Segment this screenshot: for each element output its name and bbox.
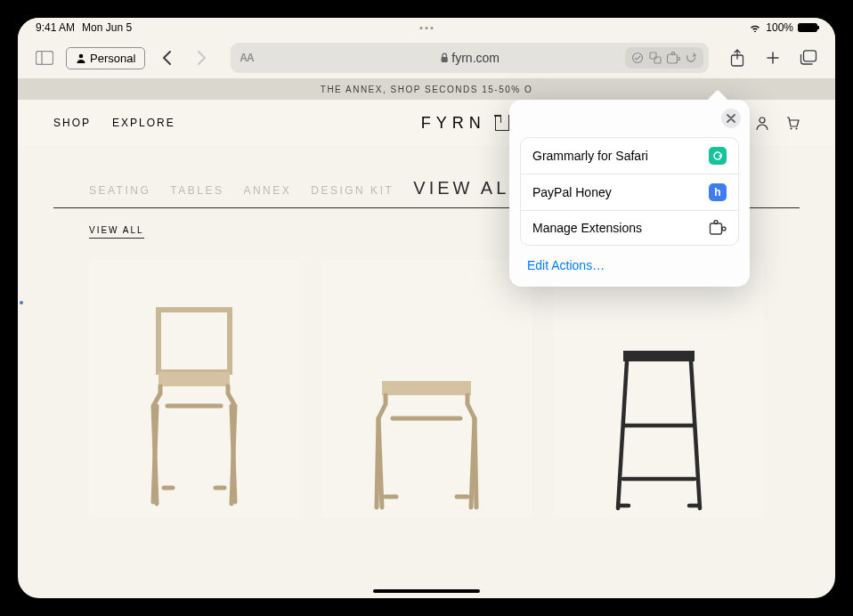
honey-icon: h — [709, 183, 727, 201]
view-all-link[interactable]: VIEW ALL — [89, 225, 144, 239]
svg-rect-9 — [678, 58, 680, 61]
person-icon — [76, 53, 86, 63]
status-bar: 9:41 AM Mon Jun 5 100% — [18, 18, 835, 37]
svg-rect-3 — [441, 57, 447, 62]
sidebar-button[interactable] — [30, 44, 59, 72]
extension-label: PayPal Honey — [532, 185, 612, 199]
extensions-button[interactable] — [665, 50, 681, 66]
close-button[interactable] — [721, 109, 741, 128]
svg-rect-19 — [711, 223, 722, 234]
extension-item-grammarly[interactable]: Grammarly for Safari — [521, 138, 738, 174]
home-indicator[interactable] — [373, 589, 480, 593]
brand-mark-icon — [495, 115, 509, 131]
profile-label: Personal — [90, 52, 135, 65]
account-icon[interactable] — [755, 116, 769, 130]
status-time: 9:41 AM — [36, 21, 75, 34]
multitask-dots-icon[interactable] — [420, 27, 434, 29]
product-card[interactable] — [321, 260, 532, 518]
brand-name: FYRN — [421, 114, 486, 133]
puzzle-icon — [709, 220, 727, 236]
svg-rect-5 — [650, 53, 656, 59]
promo-text: THE ANNEX, SHOP SECONDS 15-50% O — [321, 85, 532, 94]
product-card[interactable] — [89, 260, 300, 518]
tab-tables[interactable]: TABLES — [170, 184, 223, 197]
slide-over-indicator[interactable] — [20, 301, 23, 304]
extensions-popover: Grammarly for Safari PayPal Honey h Mana… — [509, 100, 750, 287]
svg-point-2 — [79, 54, 84, 59]
translate-icon[interactable] — [647, 50, 663, 66]
svg-point-14 — [796, 128, 798, 130]
forward-button[interactable] — [188, 44, 216, 72]
svg-point-13 — [791, 128, 792, 130]
safari-toolbar: Personal AA fyrn.com — [18, 37, 835, 78]
svg-point-4 — [633, 53, 643, 63]
lock-icon — [440, 53, 448, 63]
edit-actions-link[interactable]: Edit Actions… — [509, 246, 750, 274]
close-icon — [727, 114, 735, 123]
tab-view-all[interactable]: VIEW ALL — [413, 178, 523, 199]
barstool-icon — [588, 345, 730, 515]
svg-rect-8 — [672, 53, 675, 55]
stool-icon — [355, 372, 498, 515]
svg-rect-0 — [37, 52, 53, 65]
svg-point-20 — [714, 221, 718, 224]
url-text: fyrn.com — [451, 51, 500, 65]
svg-rect-7 — [668, 54, 678, 63]
tab-seating[interactable]: SEATING — [89, 184, 150, 197]
tabs-button[interactable] — [794, 44, 823, 72]
svg-rect-6 — [654, 57, 661, 63]
battery-percent: 100% — [766, 21, 793, 34]
reload-button[interactable] — [683, 50, 699, 66]
svg-rect-11 — [804, 51, 816, 61]
tab-design-kit[interactable]: DESIGN KIT — [311, 184, 394, 197]
svg-rect-16 — [158, 372, 230, 386]
wifi-icon — [749, 23, 761, 32]
svg-point-12 — [760, 118, 765, 123]
extension-label: Grammarly for Safari — [532, 149, 648, 163]
svg-rect-17 — [382, 381, 471, 395]
grammarly-icon — [709, 147, 727, 165]
edit-actions-label: Edit Actions… — [527, 258, 605, 272]
extension-item-honey[interactable]: PayPal Honey h — [521, 174, 738, 211]
svg-point-21 — [722, 227, 726, 231]
svg-rect-18 — [623, 351, 695, 361]
nav-shop[interactable]: SHOP — [53, 117, 91, 129]
new-tab-button[interactable] — [759, 44, 787, 72]
tab-annex[interactable]: ANNEX — [243, 184, 291, 197]
reader-button[interactable]: AA — [231, 52, 253, 64]
battery-icon — [798, 23, 817, 32]
manage-extensions-label: Manage Extensions — [532, 221, 642, 235]
back-button[interactable] — [152, 44, 181, 72]
nav-explore[interactable]: EXPLORE — [112, 117, 175, 129]
address-bar[interactable]: AA fyrn.com — [231, 43, 709, 73]
chair-icon — [123, 292, 265, 515]
svg-rect-15 — [158, 310, 230, 372]
profile-button[interactable]: Personal — [66, 47, 145, 69]
manage-extensions-item[interactable]: Manage Extensions — [521, 211, 738, 245]
cart-icon[interactable] — [785, 116, 800, 130]
share-button[interactable] — [723, 44, 751, 72]
tracking-shield-icon[interactable] — [630, 50, 646, 66]
brand-logo[interactable]: FYRN — [421, 114, 509, 133]
status-date: Mon Jun 5 — [82, 21, 132, 34]
product-card[interactable] — [553, 260, 764, 518]
